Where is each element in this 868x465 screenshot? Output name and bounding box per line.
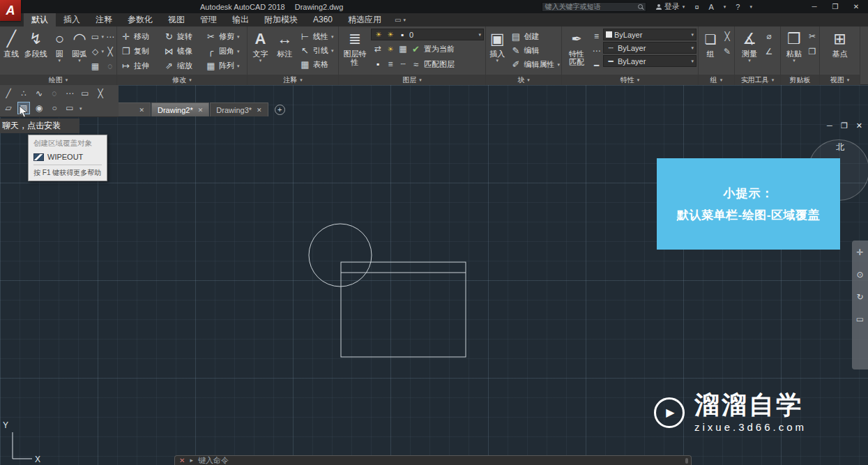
match-layer-label[interactable]: 匹配图层 bbox=[424, 59, 455, 70]
navigation-bar[interactable]: ✛ ⊙ ↻ ▭ bbox=[852, 241, 868, 369]
layer-list-icon[interactable]: ≡ bbox=[386, 59, 395, 69]
tab-a360[interactable]: A360 bbox=[305, 13, 340, 26]
linetype-select[interactable]: ┄ ByLayer ▾ bbox=[603, 42, 696, 54]
layer-properties-button[interactable]: ≣ 图层特性 bbox=[340, 28, 370, 75]
layer-off-icon[interactable]: ☀ bbox=[386, 45, 395, 53]
divide-flyout-icon[interactable]: ╳ bbox=[95, 88, 106, 99]
multiple-points-icon[interactable]: ⋯ bbox=[105, 32, 115, 42]
base-view-button[interactable]: ⊞ 基点 bbox=[824, 28, 856, 75]
revision-cloud-icon[interactable]: ○ bbox=[49, 102, 60, 114]
layer-select[interactable]: ☀ ☀ ▪ 0 ▾ bbox=[371, 29, 484, 40]
create-block-button[interactable]: ▤创建 bbox=[508, 29, 560, 43]
panel-label-view[interactable]: 视图 bbox=[830, 75, 844, 85]
new-tab-button[interactable]: + bbox=[275, 105, 285, 115]
group-button[interactable]: ❏ 组 bbox=[700, 28, 721, 75]
dimension-button[interactable]: ↔ 标注 bbox=[273, 28, 296, 75]
command-close-icon[interactable]: ✕ bbox=[179, 457, 185, 464]
layer-linetype-icon[interactable]: ┄ bbox=[398, 59, 408, 69]
polyline-button[interactable]: ↯ 多段线 bbox=[23, 28, 49, 75]
copy-button[interactable]: ❐复制 bbox=[119, 44, 162, 58]
set-current-label[interactable]: 置为当前 bbox=[424, 44, 455, 54]
mirror-button[interactable]: ⋈镜像 bbox=[162, 44, 204, 58]
command-input[interactable]: 键入命令 bbox=[198, 457, 229, 464]
region-icon[interactable]: ◌ bbox=[105, 61, 115, 71]
autodesk-app-icon[interactable]: A bbox=[709, 3, 714, 11]
divide-icon[interactable]: ╳ bbox=[105, 47, 115, 56]
rectangle-icon[interactable]: ▭ bbox=[91, 32, 100, 42]
copy-clip-icon[interactable]: ❐ bbox=[807, 47, 817, 56]
tab-home[interactable]: 默认 bbox=[24, 13, 56, 26]
viewcube-north-label[interactable]: 北 bbox=[836, 142, 844, 153]
properties-list-icon[interactable]: ≡ bbox=[592, 31, 602, 41]
panel-label-modify[interactable]: 修改 bbox=[172, 75, 186, 85]
panel-label-utilities[interactable]: 实用工具 bbox=[741, 75, 769, 85]
layer-chip-icon[interactable]: ▪ bbox=[373, 59, 383, 69]
maximize-button[interactable]: ❐ bbox=[825, 0, 846, 13]
move-button[interactable]: ✛移动 bbox=[119, 29, 162, 43]
cut-icon[interactable]: ✂ bbox=[807, 31, 817, 41]
steering-wheel-icon[interactable]: ▭ bbox=[856, 314, 864, 324]
doc-close-button[interactable]: ✕ bbox=[856, 121, 862, 130]
rotate-button[interactable]: ↻旋转 bbox=[162, 29, 204, 43]
search-input[interactable]: 键入关键字或短语 bbox=[542, 2, 646, 12]
linear-dim-button[interactable]: ⊢线性▾ bbox=[298, 29, 337, 43]
region-flyout-icon[interactable]: ▱ bbox=[3, 102, 14, 114]
panel-label-group[interactable]: 组 bbox=[710, 75, 717, 85]
close-button[interactable]: ✕ bbox=[846, 0, 867, 13]
insert-block-button[interactable]: ▣ 插入 ▾ bbox=[487, 28, 507, 75]
circle-button[interactable]: ○ 圆 ▾ bbox=[50, 28, 69, 75]
match-properties-button[interactable]: ✒ 特性匹配 bbox=[563, 28, 590, 75]
leader-button[interactable]: ↖引线▾ bbox=[298, 43, 337, 57]
text-button[interactable]: A 文字 ▾ bbox=[249, 28, 272, 75]
boundary-icon[interactable]: ▭ bbox=[79, 88, 91, 99]
arc-button[interactable]: ◠ 圆弧 ▾ bbox=[70, 28, 89, 75]
scale-button[interactable]: ⇗缩放 bbox=[162, 59, 204, 73]
ribbon-display-toggle[interactable]: ▭ ▾ bbox=[395, 13, 406, 26]
command-line[interactable]: ✕ ▸ 键入命令 bbox=[174, 455, 692, 465]
app-menu-button[interactable]: A bbox=[0, 0, 21, 21]
command-scrollbar[interactable] bbox=[685, 458, 688, 464]
tab-featured-apps[interactable]: 精选应用 bbox=[340, 13, 389, 26]
quick-calc-icon[interactable]: ∠ bbox=[764, 47, 774, 56]
drawn-rect[interactable] bbox=[341, 262, 466, 357]
plugin-banner[interactable]: 聊天，点击安装 bbox=[0, 119, 79, 133]
tab-output[interactable]: 输出 bbox=[224, 13, 257, 26]
3d-polyline-icon[interactable]: ◉ bbox=[33, 102, 45, 114]
doc-restore-button[interactable]: ❐ bbox=[841, 121, 848, 130]
panel-label-annotate[interactable]: 注释 bbox=[283, 75, 297, 85]
ray-icon[interactable]: ╱ bbox=[3, 88, 14, 99]
panel-label-properties[interactable]: 特性 bbox=[620, 75, 634, 85]
tab-addins[interactable]: 附加模块 bbox=[257, 13, 305, 26]
fillet-button[interactable]: ╭圆角▾ bbox=[204, 44, 246, 58]
edit-block-button[interactable]: ✎编辑 bbox=[508, 43, 560, 57]
store-icon[interactable]: ¤ bbox=[694, 3, 699, 11]
search-icon[interactable] bbox=[638, 4, 643, 9]
panel-label-clipboard[interactable]: 剪贴板 bbox=[790, 75, 811, 85]
panel-label-draw[interactable]: 绘图 bbox=[49, 75, 63, 85]
table-button[interactable]: ▦表格 bbox=[298, 57, 337, 71]
pan-icon[interactable]: ✛ bbox=[856, 247, 863, 257]
tab-manage[interactable]: 管理 bbox=[192, 13, 224, 26]
hatch-icon[interactable]: ▦ bbox=[91, 61, 100, 71]
file-tab-drawing3[interactable]: Drawing3* ✕ bbox=[210, 102, 268, 116]
ungroup-icon[interactable]: ╳ bbox=[722, 31, 732, 41]
array-button[interactable]: ▦阵列▾ bbox=[204, 59, 246, 73]
stretch-button[interactable]: ↦拉伸 bbox=[119, 59, 162, 73]
line-button[interactable]: ╱ 直线 bbox=[1, 28, 22, 75]
close-icon[interactable]: ✕ bbox=[139, 107, 144, 114]
tab-view[interactable]: 视图 bbox=[160, 13, 192, 26]
edit-attributes-button[interactable]: ✐编辑属性▾ bbox=[508, 57, 560, 71]
layer-freeze-icon[interactable]: ▦ bbox=[398, 44, 408, 54]
tab-parametric[interactable]: 参数化 bbox=[120, 13, 160, 26]
lineweight-tool-icon[interactable]: ━ bbox=[592, 61, 602, 70]
ellipse-icon[interactable]: ◇ bbox=[91, 47, 100, 56]
measure-button[interactable]: ∡ 测量 ▾ bbox=[736, 28, 763, 75]
help-icon[interactable]: ? bbox=[736, 3, 740, 11]
close-icon[interactable]: ✕ bbox=[257, 107, 262, 114]
file-tab-drawing2[interactable]: Drawing2* ✕ bbox=[151, 102, 209, 116]
tab-insert[interactable]: 插入 bbox=[56, 13, 88, 26]
donut-icon[interactable]: ◌ bbox=[49, 88, 60, 99]
construction-line-icon[interactable]: ∴ bbox=[18, 88, 29, 99]
drawn-circle[interactable] bbox=[309, 224, 372, 287]
doc-minimize-button[interactable]: ─ bbox=[827, 121, 832, 130]
